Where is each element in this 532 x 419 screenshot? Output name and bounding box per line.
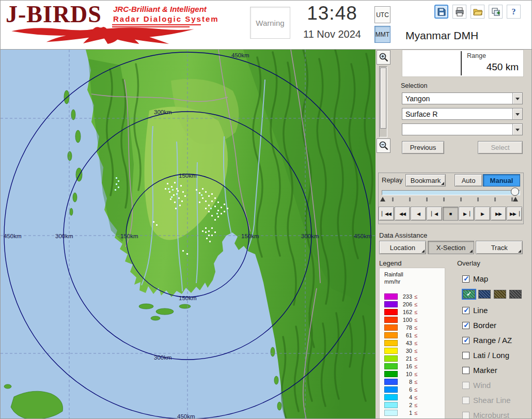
site-dropdown-value: Yangon <box>402 93 512 104</box>
site-dropdown[interactable]: Yangon <box>402 92 523 104</box>
slider-tick <box>511 197 513 201</box>
replay-slider-thumb[interactable] <box>511 188 519 196</box>
map-style-swatches <box>462 286 531 303</box>
legend-value: 61 <box>398 332 412 338</box>
legend-value: 8 <box>398 379 412 385</box>
ring-label: 150km <box>241 233 259 239</box>
legend-entry: 8 ≤ <box>384 378 443 386</box>
legend-value: 6 <box>398 386 412 393</box>
chevron-down-icon[interactable] <box>512 108 522 119</box>
product-dropdown[interactable]: Surface R <box>402 108 523 120</box>
legend-value: 1 <box>398 410 412 416</box>
transport-button[interactable]: ▶▕ <box>459 207 474 221</box>
corner-menu-indicator <box>470 250 473 253</box>
legend-value: 206 <box>398 301 412 307</box>
overlay-toggle-map[interactable]: Map <box>462 272 531 286</box>
data-assistance-button[interactable]: X-Section <box>428 241 475 254</box>
save-button[interactable] <box>434 5 448 19</box>
legend-entry: 30 ≤ <box>384 347 443 355</box>
overlay-toggle[interactable]: Wind <box>462 378 531 393</box>
legend-entry: 100 ≤ <box>384 316 443 324</box>
warning-indicator[interactable]: Warning <box>250 7 290 39</box>
less-equal-sign: ≤ <box>414 309 417 315</box>
range-divider <box>461 51 462 75</box>
zoom-out-button[interactable] <box>377 138 390 153</box>
legend-entry: 10 ≤ <box>384 370 443 378</box>
checkbox-icon <box>462 412 470 419</box>
select-button[interactable]: Select <box>478 141 523 154</box>
less-equal-sign: ≤ <box>414 410 417 416</box>
site-name: Myanmar DMH <box>405 29 478 42</box>
slider-tick <box>460 197 462 201</box>
open-folder-button[interactable] <box>471 5 484 19</box>
replay-label: Replay <box>382 176 402 184</box>
replay-timeline-slider[interactable] <box>382 190 520 195</box>
auto-mode-button[interactable]: Auto <box>455 174 482 187</box>
print-button[interactable] <box>452 5 466 19</box>
legend-entry: 4 ≤ <box>384 394 443 401</box>
map-style-swatch[interactable] <box>494 290 506 299</box>
utc-button[interactable]: UTC <box>374 6 390 23</box>
chevron-down-icon[interactable] <box>512 124 522 135</box>
overlay-toggle[interactable]: Range / AZ <box>462 333 531 348</box>
legend-unit-line1: Rainfall <box>384 271 443 278</box>
less-equal-sign: ≤ <box>414 371 417 377</box>
map-scrollbar-thumb[interactable] <box>380 68 386 129</box>
transport-button[interactable]: ◀◀ <box>395 207 410 221</box>
legend-value: 43 <box>398 340 412 346</box>
less-equal-sign: ≤ <box>414 293 417 300</box>
range-label: Range <box>467 52 486 59</box>
printer-icon <box>455 7 465 17</box>
transport-button[interactable]: ▶▶ <box>491 207 506 221</box>
map-style-swatch[interactable] <box>478 290 491 299</box>
map-style-swatch[interactable] <box>509 290 522 299</box>
overlay-toggle[interactable]: Line <box>462 303 531 318</box>
slider-tick <box>443 197 445 201</box>
overlay-toggle[interactable]: Shear Line <box>462 393 531 408</box>
legend-value: 100 <box>398 317 412 323</box>
ring-label: 300km <box>301 233 319 239</box>
help-button[interactable]: ? <box>507 5 521 19</box>
legend-color-swatch <box>384 301 398 307</box>
logo-subtitle: JRC-Brilliant & Intelligent Radar Dialog… <box>113 5 219 24</box>
new-window-button[interactable] <box>489 5 503 19</box>
legend-value: 21 <box>398 355 412 362</box>
mmt-button[interactable]: MMT <box>374 26 390 43</box>
option-dropdown[interactable] <box>402 123 523 135</box>
radar-map[interactable]: 450km 300km 150km 450km 300km 150km 150k… <box>1 50 375 419</box>
legend-value: 2 <box>398 402 412 408</box>
legend-color-swatch <box>384 309 398 315</box>
overlay-toggle[interactable]: Marker <box>462 363 531 378</box>
overlay-toggle-list: Line Border Range / AZ Lati / Lo <box>462 303 531 419</box>
legend-color-swatch <box>384 363 398 369</box>
slider-tick <box>477 197 479 201</box>
transport-button[interactable]: ▏◀ <box>427 207 442 221</box>
transport-button[interactable]: ▶▶▕ <box>507 207 522 221</box>
checkbox-icon <box>462 322 470 329</box>
data-assistance-button[interactable]: Location <box>379 241 426 254</box>
chevron-down-icon[interactable] <box>512 93 522 104</box>
transport-button[interactable]: ▏◀◀ <box>379 207 394 221</box>
ring-label: 150km <box>179 295 197 301</box>
transport-button[interactable]: ◀ <box>411 207 426 221</box>
map-style-swatch[interactable] <box>463 290 475 299</box>
legend-value: 162 <box>398 309 412 315</box>
bookmark-button[interactable]: Bookmark <box>405 174 446 187</box>
transport-button[interactable]: ▶ <box>475 207 490 221</box>
ring-label: 300km <box>55 233 73 239</box>
data-assistance-button[interactable]: Track <box>476 241 523 254</box>
overlay-toggle[interactable]: Microburst <box>462 408 531 419</box>
transport-button[interactable]: ■ <box>443 207 458 221</box>
zoom-in-button[interactable] <box>377 50 390 65</box>
previous-button[interactable]: Previous <box>402 141 444 154</box>
manual-mode-button[interactable]: Manual <box>483 174 520 187</box>
map-scrollbar[interactable] <box>379 66 387 137</box>
overlay-toggle[interactable]: Border <box>462 318 531 333</box>
overlay-toggle[interactable]: Lati / Long <box>462 348 531 363</box>
timezone-switch: UTC MMT <box>374 6 390 45</box>
legend-color-swatch <box>384 324 398 331</box>
legend-entry: 21 ≤ <box>384 355 443 363</box>
product-dropdown-value: Surface R <box>402 108 512 119</box>
toolbar: ? <box>434 5 521 19</box>
logo-subtitle-line2: Radar Dialogic System <box>113 14 219 24</box>
